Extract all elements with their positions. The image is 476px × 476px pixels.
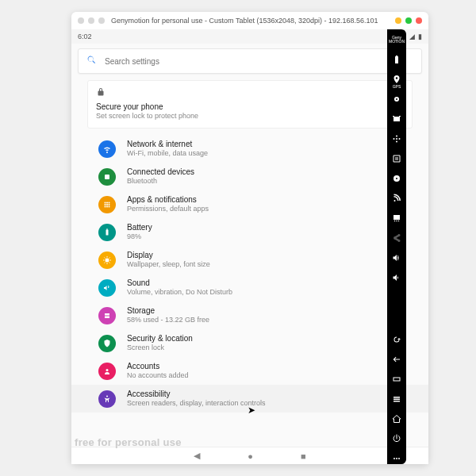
settings-item-network-internet[interactable]: Network & internetWi-Fi, mobile, data us… [71,135,428,163]
svg-point-21 [399,138,401,140]
card-title: Secure your phone [96,102,404,111]
signal-icon: ◢ [409,33,415,40]
identifier-widget-icon[interactable] [391,153,402,164]
settings-list[interactable]: Network & internetWi-Fi, mobile, data us… [71,132,428,447]
capture-widget-icon[interactable] [391,113,402,125]
lock-icon [96,87,404,99]
settings-item-security-location[interactable]: Security & locationScreen lock [71,329,428,357]
svg-point-1 [105,202,106,204]
maximize-icon[interactable] [405,17,412,24]
svg-point-3 [109,202,110,204]
item-subtitle: Permissions, default apps [127,205,209,213]
recent-nav-icon[interactable] [391,393,402,405]
svg-point-23 [396,141,397,143]
apps-icon [98,196,116,213]
svg-rect-13 [105,313,109,316]
settings-item-battery[interactable]: Battery98% [71,218,428,246]
svg-rect-29 [393,378,400,381]
titlebar: Genymotion for personal use - Custom Tab… [71,12,428,29]
item-title: Accounts [127,362,189,370]
settings-item-accessibility[interactable]: AccessibilityScreen readers, display, in… [71,385,428,413]
genymotion-sidebar: GenyMOTION GPS [387,29,406,464]
accessibility-icon [98,390,116,408]
svg-point-8 [106,206,108,208]
svg-rect-0 [105,175,109,179]
home-button[interactable]: ● [248,451,253,461]
back-nav-icon[interactable] [391,354,402,365]
watermark-text: free for personal use [75,436,182,448]
search-settings[interactable] [78,48,422,74]
svg-rect-11 [106,229,108,230]
clock: 6:02 [78,33,92,40]
svg-rect-32 [393,401,400,402]
settings-item-sound[interactable]: SoundVolume, vibration, Do Not Disturb [71,274,428,301]
more-icon[interactable] [391,453,402,464]
item-subtitle: Screen readers, display, interaction con… [127,399,265,407]
item-subtitle: Screen lock [127,344,193,351]
battery-icon: ▮ [418,33,422,40]
android-screen: 6:02 ▾ ◢ ▮ × Secure your phone Set scree… [71,29,428,464]
home-nav-icon[interactable] [391,413,402,424]
rotate-icon[interactable] [391,334,402,345]
svg-point-9 [109,206,110,208]
minimize-icon[interactable] [395,17,401,24]
secure-phone-card[interactable]: × Secure your phone Set screen lock to p… [87,80,413,129]
svg-point-35 [398,458,400,459]
svg-point-16 [106,396,108,397]
item-subtitle: 58% used - 13.22 GB free [127,316,209,324]
phone-widget-icon[interactable] [391,213,402,224]
dot-icon [98,17,105,24]
volume-down-icon[interactable] [391,272,402,283]
android-navbar: ◀ ● ■ [71,447,428,464]
settings-item-storage[interactable]: Storage58% used - 13.22 GB free [71,301,428,329]
wifi-icon [98,140,116,158]
gps-widget-icon[interactable]: GPS [391,74,402,85]
back-button[interactable]: ◀ [194,451,200,461]
volume-up-icon[interactable] [391,252,402,263]
network-widget-icon[interactable] [391,193,402,204]
svg-point-15 [106,369,109,371]
genymotion-logo-icon[interactable]: GenyMOTION [391,34,402,45]
item-title: Connected devices [127,167,194,176]
svg-point-4 [105,204,106,205]
android-statusbar: 6:02 ▾ ◢ ▮ [71,29,428,44]
item-title: Display [127,251,210,259]
svg-rect-31 [393,399,400,401]
sound-icon [98,279,116,297]
svg-point-2 [106,202,108,204]
svg-point-20 [393,138,395,140]
display-icon [98,251,116,269]
camera-widget-icon[interactable] [391,94,402,105]
item-subtitle: 98% [127,232,152,240]
item-subtitle: Bluetooth [127,177,194,185]
disk-widget-icon[interactable] [391,173,402,184]
svg-point-6 [109,204,110,205]
item-title: Sound [127,278,232,287]
settings-item-apps-notifications[interactable]: Apps & notificationsPermissions, default… [71,190,428,218]
dot-icon [88,17,94,24]
recents-button[interactable]: ■ [301,451,306,461]
app-window: Genymotion for personal use - Custom Tab… [71,12,428,464]
remote-widget-icon[interactable] [391,133,402,144]
svg-point-28 [398,221,400,222]
svg-point-25 [396,178,397,179]
svg-rect-14 [105,317,109,319]
svg-point-27 [396,221,397,222]
item-title: Accessibility [127,390,265,398]
window-controls-right[interactable] [395,17,422,24]
settings-item-display[interactable]: DisplayWallpaper, sleep, font size [71,246,428,274]
apps-nav-icon[interactable] [391,374,402,385]
svg-point-34 [396,458,397,459]
share-icon[interactable] [391,232,402,244]
window-title: Genymotion for personal use - Custom Tab… [111,17,395,25]
search-input[interactable] [105,57,413,66]
item-subtitle: No accounts added [127,371,189,379]
svg-point-22 [396,136,397,137]
battery-icon [98,224,116,241]
close-icon[interactable] [416,17,422,24]
settings-item-connected-devices[interactable]: Connected devicesBluetooth [71,163,428,190]
svg-point-19 [396,138,397,140]
battery-widget-icon[interactable] [391,54,402,65]
settings-item-accounts[interactable]: AccountsNo accounts added [71,357,428,385]
power-icon[interactable] [391,433,402,444]
